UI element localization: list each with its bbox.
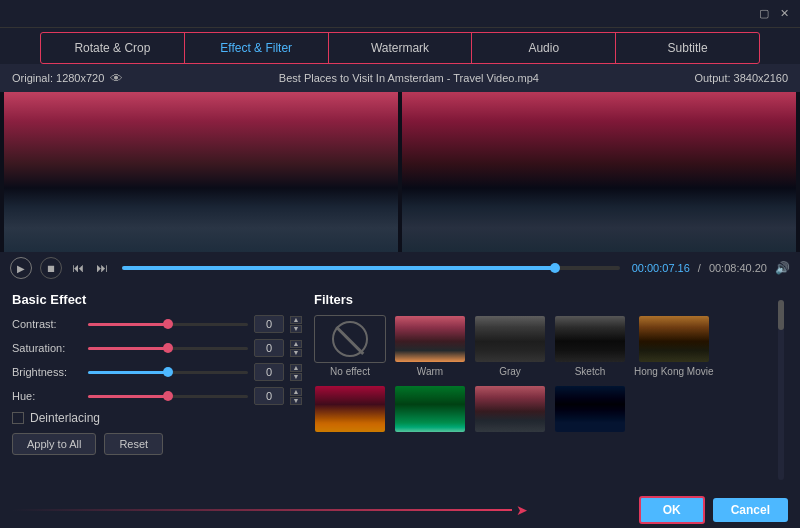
tab-bar: Rotate & Crop Effect & Filter Watermark … — [40, 32, 760, 64]
title-bar: ▢ ✕ — [0, 0, 800, 28]
hue-value: 0 — [254, 387, 284, 405]
saturation-row: Saturation: 0 ▲ ▼ — [12, 339, 302, 357]
filter-no-effect[interactable]: No effect — [314, 315, 386, 377]
prev-frame-button[interactable]: ⏮ — [70, 259, 86, 277]
deinterlacing-checkbox[interactable] — [12, 412, 24, 424]
apply-to-all-button[interactable]: Apply to All — [12, 433, 96, 455]
ok-button[interactable]: OK — [639, 496, 705, 524]
next-frame-button[interactable]: ⏭ — [94, 259, 110, 277]
contrast-row: Contrast: 0 ▲ ▼ — [12, 315, 302, 333]
contrast-down[interactable]: ▼ — [290, 325, 302, 333]
saturation-up[interactable]: ▲ — [290, 340, 302, 348]
preview-area — [0, 92, 800, 252]
brightness-value: 0 — [254, 363, 284, 381]
arrow-head-icon: ➤ — [516, 502, 528, 518]
saturation-label: Saturation: — [12, 342, 82, 354]
hue-row: Hue: 0 ▲ ▼ — [12, 387, 302, 405]
filter-sketch-label: Sketch — [575, 366, 606, 377]
hue-slider[interactable] — [88, 389, 248, 403]
scrollbar[interactable] — [778, 300, 784, 480]
tab-subtitle[interactable]: Subtitle — [616, 33, 759, 63]
bottom-bar: ➤ OK Cancel — [0, 492, 800, 528]
saturation-down[interactable]: ▼ — [290, 349, 302, 357]
filter-hk-movie[interactable]: Hong Kong Movie — [634, 315, 714, 377]
filters-panel: Filters No effect Warm — [314, 292, 768, 524]
basic-effect-title: Basic Effect — [12, 292, 302, 307]
saturation-slider[interactable] — [88, 341, 248, 355]
contrast-slider[interactable] — [88, 317, 248, 331]
tab-effect-filter[interactable]: Effect & Filter — [185, 33, 329, 63]
brightness-label: Brightness: — [12, 366, 82, 378]
tab-rotate-crop[interactable]: Rotate & Crop — [41, 33, 185, 63]
play-button[interactable]: ▶ — [10, 257, 32, 279]
original-resolution: Original: 1280x720 — [12, 72, 104, 84]
brightness-slider[interactable] — [88, 365, 248, 379]
info-bar: Original: 1280x720 👁 Best Places to Visi… — [0, 64, 800, 92]
total-time: 00:08:40.20 — [709, 262, 767, 274]
video-panel-original — [4, 92, 398, 252]
controls-bar: ▶ ⏹ ⏮ ⏭ 00:00:07.16 / 00:08:40.20 🔊 — [0, 252, 800, 284]
basic-effect-panel: Basic Effect Contrast: 0 ▲ ▼ Satura — [12, 292, 302, 524]
contrast-label: Contrast: — [12, 318, 82, 330]
tab-audio[interactable]: Audio — [472, 33, 616, 63]
deinterlacing-label: Deinterlacing — [30, 411, 100, 425]
arrow-decoration: ➤ — [12, 502, 528, 518]
time-separator: / — [698, 262, 701, 274]
output-resolution: Output: 3840x2160 — [694, 72, 788, 84]
contrast-value: 0 — [254, 315, 284, 333]
saturation-value: 0 — [254, 339, 284, 357]
minimize-button[interactable]: ▢ — [756, 6, 772, 22]
hue-down[interactable]: ▼ — [290, 397, 302, 405]
filter-warm[interactable]: Warm — [394, 315, 466, 377]
current-time: 00:00:07.16 — [632, 262, 690, 274]
no-effect-icon — [332, 321, 368, 357]
filters-grid: No effect Warm Gray — [314, 315, 768, 436]
close-button[interactable]: ✕ — [776, 6, 792, 22]
filter-row2-b[interactable] — [394, 385, 466, 436]
filter-row2-a[interactable] — [314, 385, 386, 436]
contrast-up[interactable]: ▲ — [290, 316, 302, 324]
filter-no-effect-label: No effect — [330, 366, 370, 377]
reset-button[interactable]: Reset — [104, 433, 163, 455]
filter-hk-label: Hong Kong Movie — [634, 366, 714, 377]
hue-label: Hue: — [12, 390, 82, 402]
filter-sketch[interactable]: Sketch — [554, 315, 626, 377]
cancel-button[interactable]: Cancel — [713, 498, 788, 522]
deinterlacing-row: Deinterlacing — [12, 411, 302, 425]
filter-row2-d[interactable] — [554, 385, 626, 436]
progress-bar[interactable] — [122, 266, 620, 270]
video-panel-output — [402, 92, 796, 252]
filters-title: Filters — [314, 292, 768, 307]
brightness-up[interactable]: ▲ — [290, 364, 302, 372]
filter-gray[interactable]: Gray — [474, 315, 546, 377]
hue-up[interactable]: ▲ — [290, 388, 302, 396]
filter-warm-label: Warm — [417, 366, 443, 377]
filename: Best Places to Visit In Amsterdam - Trav… — [279, 72, 539, 84]
brightness-row: Brightness: 0 ▲ ▼ — [12, 363, 302, 381]
brightness-down[interactable]: ▼ — [290, 373, 302, 381]
filter-row2-c[interactable] — [474, 385, 546, 436]
eye-icon[interactable]: 👁 — [110, 71, 123, 86]
volume-icon[interactable]: 🔊 — [775, 261, 790, 275]
scrollbar-thumb[interactable] — [778, 300, 784, 330]
tab-watermark[interactable]: Watermark — [329, 33, 473, 63]
stop-button[interactable]: ⏹ — [40, 257, 62, 279]
action-buttons: Apply to All Reset — [12, 433, 302, 455]
filter-gray-label: Gray — [499, 366, 521, 377]
